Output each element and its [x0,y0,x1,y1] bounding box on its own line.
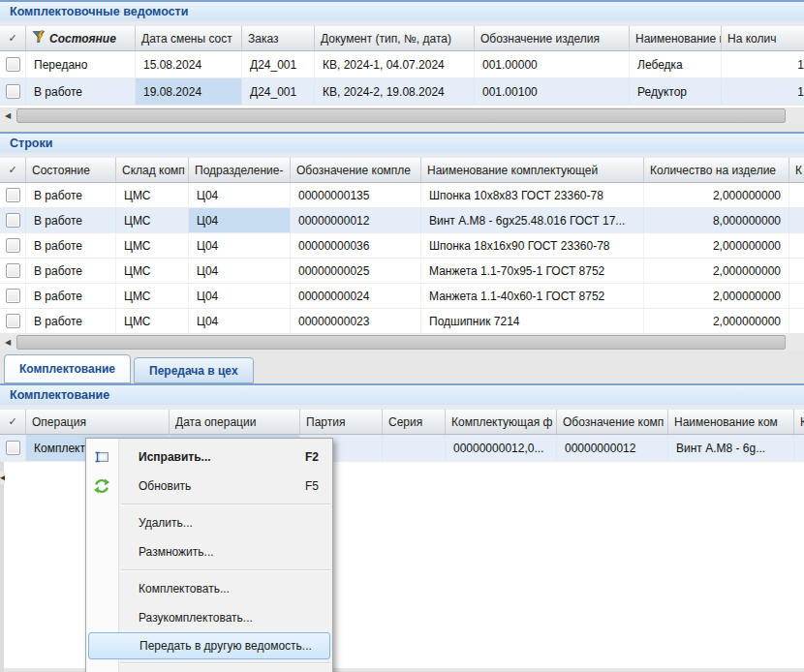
cell[interactable]: В работе [26,259,116,283]
menu-item-edit[interactable]: Исправить...F2 [86,443,332,472]
cell[interactable]: ЦМС [116,233,189,258]
row-checkbox[interactable] [6,289,20,303]
cell[interactable]: 2,000000000 [644,309,789,333]
cell[interactable]: В работе [26,208,116,232]
cell[interactable]: КВ, 2024-2, 19.08.2024 [315,78,475,105]
menu-item-delete[interactable]: Удалить... [86,508,332,537]
column-header-check[interactable]: ✓ [0,26,26,50]
cell[interactable]: Редуктор [630,78,722,105]
column-header-check[interactable]: ✓ [0,158,26,182]
table-row[interactable]: В работеЦМСЦ0400000000023Подшипник 72142… [0,309,804,334]
cell[interactable]: 2,000000000 [644,259,789,283]
column-header[interactable]: Дата смены сост [136,26,242,50]
cell[interactable]: ЦМС [116,284,189,308]
cell[interactable]: В работе [26,183,116,207]
column-header[interactable]: Состояние [26,26,136,50]
cell[interactable]: Д24_001 [242,51,315,77]
menu-item-refresh[interactable]: ОбновитьF5 [86,472,332,501]
cell[interactable] [789,208,804,232]
column-header[interactable]: Обозначение комп [557,410,668,434]
scroll-left-button[interactable]: ◀ [0,107,15,124]
column-header[interactable]: Партия [300,410,383,434]
tab-komplektovanie[interactable]: Комплектование [4,354,131,383]
cell[interactable] [789,183,804,207]
row-check-cell[interactable] [0,51,26,77]
cell[interactable]: КВ, 2024-1, 04.07.2024 [315,51,475,77]
table-row[interactable]: В работеЦМСЦ0400000000025Манжета 1.1-70х… [0,259,804,284]
cell[interactable]: 2,000000000 [644,284,789,308]
cell[interactable] [789,284,804,308]
cell[interactable] [789,259,804,283]
cell[interactable]: ЦМС [116,309,189,333]
cell[interactable]: Подшипник 7214 [421,309,644,333]
column-header[interactable]: Документ (тип, №, дата) [315,26,475,50]
cell[interactable]: 00000000135 [291,183,421,207]
row-check-cell[interactable] [0,208,26,232]
cell[interactable]: 001.00100 [475,78,630,105]
column-header[interactable]: Заказ [242,26,315,50]
cell[interactable]: ЦМС [116,208,189,232]
row-check-cell[interactable] [0,309,26,333]
cell[interactable]: 00000000012 [557,435,668,461]
tab-peredacha-v-ceh[interactable]: Передача в цех [134,357,254,383]
cell[interactable]: 1 [722,51,804,77]
stroki-hscrollbar[interactable]: ◀ [0,334,804,351]
cell[interactable]: Винт А.М8 - 6g... [668,435,794,461]
menu-item-disassemble[interactable]: Разукомплектовать... [86,603,332,632]
column-header[interactable]: К [789,158,804,182]
cell[interactable]: В работе [26,284,116,308]
cell[interactable]: В работе [26,78,136,105]
cell[interactable]: 19.08.2024 [136,78,242,105]
cell[interactable]: 00000000024 [291,284,421,308]
column-header[interactable]: Наименование ком [668,410,794,434]
vedomosti-hscrollbar[interactable]: ◀ [0,107,804,124]
column-header[interactable]: Состояние [26,158,116,182]
column-header-check[interactable]: ✓ [0,410,26,434]
cell[interactable]: Передано [26,51,136,77]
cell[interactable] [383,435,446,461]
cell[interactable]: Шпонка 18х16х90 ГОСТ 23360-78 [421,233,644,258]
cell[interactable]: 00000000012,0... [446,435,557,461]
cell[interactable]: 00000000036 [291,233,421,258]
cell[interactable]: Ц04 [189,233,291,258]
cell[interactable] [794,435,804,461]
scroll-left-button[interactable]: ◀ [0,472,5,484]
menu-item-assemble[interactable]: Комплектовать... [86,574,332,603]
menu-item-duplicate[interactable]: Размножить... [86,537,332,566]
column-header[interactable]: Наименование изд [630,26,722,50]
column-header[interactable]: Склад комп [116,158,189,182]
column-header[interactable]: Дата операции [170,410,300,434]
scrollbar-thumb[interactable] [16,335,786,350]
cell[interactable]: 8,000000000 [644,208,789,232]
column-header[interactable]: Количество на изделие [644,158,789,182]
column-header[interactable]: Серия [383,410,446,434]
cell[interactable]: 00000000012 [291,208,421,232]
table-row[interactable]: В работеЦМСЦ0400000000135Шпонка 10х8х83 … [0,183,804,208]
table-row[interactable]: В работе19.08.2024Д24_001КВ, 2024-2, 19.… [0,78,804,106]
column-header[interactable]: Комплектующая ф [446,410,557,434]
column-header[interactable]: Наименование комплектующей [421,158,644,182]
row-checkbox[interactable] [6,57,20,72]
column-header[interactable]: Подразделение- [189,158,291,182]
column-header[interactable]: Операция [26,410,170,434]
table-row[interactable]: В работеЦМСЦ0400000000024Манжета 1.1-40х… [0,284,804,309]
row-check-cell[interactable] [0,284,26,308]
row-checkbox[interactable] [6,441,20,455]
menu-item-transfer[interactable]: Передать в другую ведомость... [88,632,330,659]
cell[interactable]: Манжета 1.1-70х95-1 ГОСТ 8752 [421,259,644,283]
cell[interactable]: ЦМС [116,259,189,283]
cell[interactable]: Ц04 [189,259,291,283]
table-row[interactable]: Передано15.08.2024Д24_001КВ, 2024-1, 04.… [0,51,804,78]
row-checkbox[interactable] [6,238,20,253]
cell[interactable]: Д24_001 [242,78,315,105]
row-checkbox[interactable] [6,314,20,328]
column-header[interactable]: Обозначение изделия [475,26,630,50]
row-checkbox[interactable] [6,84,20,99]
row-checkbox[interactable] [6,188,20,202]
table-row[interactable]: В работеЦМСЦ0400000000036Шпонка 18х16х90… [0,233,804,259]
cell[interactable]: Ц04 [189,309,291,333]
scroll-left-button[interactable]: ◀ [0,334,15,351]
cell[interactable]: Шпонка 10х8х83 ГОСТ 23360-78 [421,183,644,207]
cell[interactable]: Винт А.М8 - 6gх25.48.016 ГОСТ 17... [421,208,644,232]
cell[interactable]: 2,000000000 [644,233,789,258]
